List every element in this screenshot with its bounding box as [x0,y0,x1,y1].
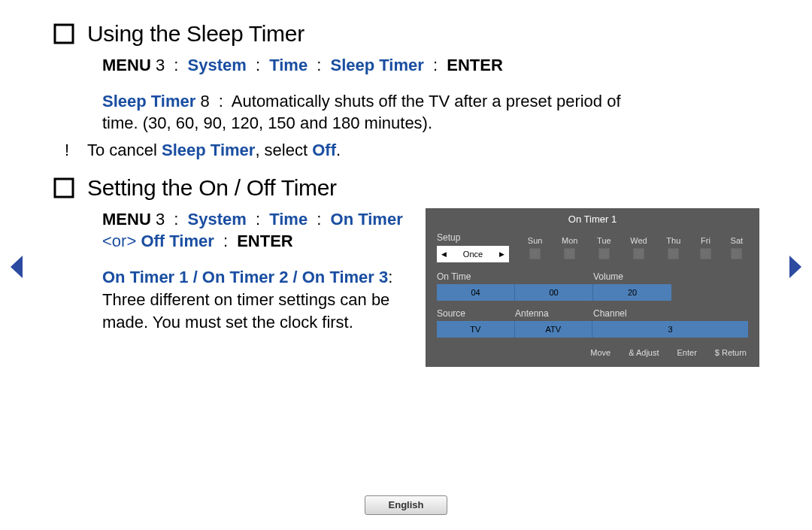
day-mon: Mon [562,236,577,259]
path-off-timer: Off Timer [141,232,214,250]
days-row: SunMonTueWedThuFriSat [523,235,748,259]
heading-text: Setting the On / Off Timer [87,175,337,201]
day-sun: Sun [528,236,543,259]
day-tue: Tue [597,236,611,259]
setup-label: Setup [437,232,509,243]
day-thu: Thu [666,236,680,259]
prev-page-arrow[interactable] [8,254,26,283]
panel-title: On Timer 1 [426,209,759,232]
on-timer-panel: On Timer 1 Setup ◀ Once ▶ SunMonTueWe [426,208,759,367]
channel-label: Channel [593,308,627,319]
para-sep: : [388,268,392,286]
para-body: Three different on timer settings can be… [102,290,389,332]
path-sep: : [251,56,265,74]
sleep-timer-description: Sleep Timer 8 : Automatically shuts off … [102,90,759,135]
day-wed: Wed [630,236,647,259]
hollow-square-icon [53,23,75,45]
day-checkbox[interactable] [633,248,644,259]
path-sep: : [251,210,265,229]
enter-label: ENTER [237,232,293,250]
note-term: Sleep Timer [162,141,255,159]
day-label: Wed [630,236,647,245]
day-label: Thu [666,236,680,245]
path-sep: : [169,56,183,74]
section-heading-sleep-timer: Using the Sleep Timer [53,21,759,47]
menu-suffix: 3 [156,56,165,74]
menu-path-on-off-timer: MENU 3 : System : Time : On Timer <or> O… [102,208,404,253]
panel-footer: Move & Adjust Enter $ Return [426,338,759,359]
antenna-field[interactable]: ATV [515,321,593,338]
menu-label: MENU [102,56,151,74]
menu-suffix: 3 [156,210,165,229]
day-label: Fri [701,236,710,245]
term-on-timer: On Timer 1 / On Timer 2 / On Timer [102,268,374,286]
path-or: <or> [102,232,141,250]
path-sleep-timer: Sleep Timer [331,56,424,74]
path-system: System [188,210,247,229]
left-triangle-icon[interactable]: ◀ [441,250,447,258]
path-system: System [188,56,247,74]
menu-path-sleep-timer: MENU 3 : System : Time : Sleep Timer : E… [102,54,759,77]
on-time-label: On Time [437,271,593,282]
path-time: Time [269,210,308,229]
day-checkbox[interactable] [668,248,679,259]
heading-text: Using the Sleep Timer [87,21,304,47]
source-field[interactable]: TV [437,321,515,338]
note-t1: To cancel [87,141,162,159]
term-sleep-timer: Sleep Timer [102,92,195,111]
hollow-square-icon [53,177,75,199]
path-timer: Timer [358,210,403,229]
path-sep: : [312,210,326,229]
volume-label: Volume [593,271,623,282]
path-on: On [331,210,354,229]
term-suffix: 8 [200,92,209,111]
day-sat: Sat [731,236,744,259]
channel-field[interactable]: 3 [592,321,748,338]
next-page-arrow[interactable] [786,254,804,283]
svg-marker-1 [789,256,801,278]
day-checkbox[interactable] [731,248,742,259]
enter-label: ENTER [447,56,503,74]
foot-enter: Enter [677,348,697,357]
note-t5: . [336,141,341,159]
note-off: Off [312,141,336,159]
foot-return: $ Return [715,348,747,357]
day-checkbox[interactable] [529,248,541,259]
setup-selector[interactable]: ◀ Once ▶ [437,246,509,262]
setup-value: Once [463,250,483,259]
menu-label: MENU [102,210,151,229]
path-sep: : [169,210,183,229]
svg-marker-0 [11,256,23,278]
hour-field[interactable]: 04 [437,284,515,301]
language-button[interactable]: English [365,495,447,515]
note-mark-icon: ! [65,139,87,162]
day-fri: Fri [700,236,711,259]
foot-adjust: & Adjust [629,348,659,357]
day-label: Sat [731,236,744,245]
path-sep: : [219,232,232,250]
sleep-timer-note: ! To cancel Sleep Timer, select Off. [65,139,759,162]
day-label: Tue [597,236,611,245]
day-label: Mon [562,236,577,245]
day-label: Sun [528,236,543,245]
note-t3: , select [255,141,312,159]
term-on-timer-3: 3 [379,268,388,286]
para-sep: : [214,92,228,111]
volume-field[interactable]: 20 [593,284,671,301]
path-time: Time [269,56,308,74]
day-checkbox[interactable] [700,248,711,259]
section-heading-on-off-timer: Setting the On / Off Timer [53,175,759,201]
svg-rect-2 [55,25,73,43]
right-triangle-icon[interactable]: ▶ [499,250,504,258]
path-sep: : [429,56,442,74]
para-body-2: time. (30, 60, 90, 120, 150 and 180 minu… [102,114,432,132]
day-checkbox[interactable] [564,248,575,259]
foot-move: Move [590,348,611,357]
svg-rect-3 [55,179,73,197]
on-timer-description: On Timer 1 / On Timer 2 / On Timer 3: Th… [102,266,404,333]
day-checkbox[interactable] [598,248,610,259]
antenna-label: Antenna [515,308,593,319]
minute-field[interactable]: 00 [515,284,593,301]
path-sep: : [312,56,326,74]
source-label: Source [437,308,515,319]
